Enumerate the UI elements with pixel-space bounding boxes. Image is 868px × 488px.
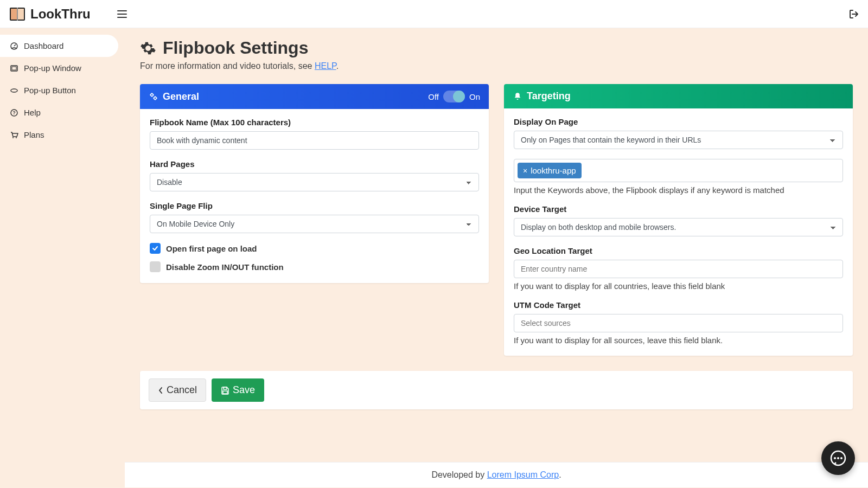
gear-icon <box>140 40 156 56</box>
hard-pages-select[interactable]: Disable <box>150 173 479 191</box>
bell-icon <box>513 92 522 101</box>
utm-input[interactable] <box>514 314 843 332</box>
device-target-label: Device Target <box>514 204 843 214</box>
footer: Developed by Lorem Ipsum Corp. <box>125 462 868 487</box>
general-header-text: General <box>163 91 199 102</box>
targeting-header-text: Targeting <box>527 91 571 102</box>
help-icon: ? <box>10 108 18 117</box>
targeting-panel-header: Targeting <box>504 84 853 108</box>
window-icon <box>10 64 18 73</box>
geo-label: Geo Location Target <box>514 246 843 255</box>
sidebar-item-label: Pop-up Window <box>24 63 81 73</box>
display-on-page-label: Display On Page <box>514 117 843 126</box>
targeting-panel: Targeting Display On Page Only on Pages … <box>504 84 853 356</box>
chat-widget[interactable] <box>821 441 855 475</box>
hard-pages-label: Hard Pages <box>150 159 479 169</box>
sidebar-item-popup-window[interactable]: Pop-up Window <box>0 57 125 79</box>
svg-point-12 <box>154 97 157 100</box>
sidebar-item-dashboard[interactable]: Dashboard <box>0 35 118 57</box>
sidebar-item-label: Pop-up Button <box>24 86 76 95</box>
svg-rect-2 <box>18 9 24 20</box>
general-panel: General Off On Flipbook Name (Max 100 ch… <box>140 84 489 283</box>
sidebar-item-help[interactable]: ? Help <box>0 101 125 124</box>
single-flip-select[interactable]: On Mobile Device Only <box>150 215 479 233</box>
enable-toggle[interactable] <box>443 91 465 102</box>
display-on-page-select[interactable]: Only on Pages that contain the keyword i… <box>514 131 843 149</box>
button-icon <box>10 86 18 95</box>
logout-icon[interactable] <box>848 9 859 20</box>
svg-rect-5 <box>12 67 16 70</box>
flipbook-name-label: Flipbook Name (Max 100 characters) <box>150 118 479 127</box>
page-subtitle: For more information and video tutorials… <box>140 61 853 71</box>
main-content: Flipbook Settings For more information a… <box>125 28 868 462</box>
keyword-hint: Input the Keywords above, the Flipbook d… <box>514 185 843 195</box>
chat-icon <box>829 449 847 467</box>
save-icon <box>221 386 229 395</box>
sidebar: Dashboard Pop-up Window Pop-up Button ? … <box>0 28 125 462</box>
svg-rect-13 <box>224 387 227 389</box>
cart-icon <box>10 131 18 139</box>
open-first-label: Open first page on load <box>166 244 257 253</box>
page-title-text: Flipbook Settings <box>163 38 308 58</box>
menu-toggle-icon[interactable] <box>117 9 127 20</box>
sidebar-item-label: Dashboard <box>24 41 63 50</box>
sidebar-item-plans[interactable]: Plans <box>0 124 125 146</box>
svg-text:?: ? <box>12 110 16 115</box>
help-link[interactable]: HELP <box>315 61 336 70</box>
book-icon <box>9 5 26 23</box>
flipbook-name-input[interactable] <box>150 131 479 150</box>
keyword-tag: × lookthru-app <box>518 163 582 178</box>
chevron-left-icon <box>158 387 163 394</box>
svg-point-17 <box>837 457 839 459</box>
utm-hint: If you want to display for all sources, … <box>514 336 843 345</box>
open-first-checkbox[interactable] <box>150 243 161 254</box>
general-panel-header: General Off On <box>140 84 489 109</box>
actions-bar: Cancel Save <box>140 371 853 409</box>
page-title: Flipbook Settings <box>140 38 853 58</box>
single-flip-label: Single Page Flip <box>150 201 479 210</box>
geo-hint: If you want to display for all countries… <box>514 281 843 291</box>
device-target-select[interactable]: Display on both desktop and mobile brows… <box>514 218 843 236</box>
open-first-row: Open first page on load <box>150 243 479 254</box>
svg-point-11 <box>151 94 154 97</box>
cancel-button[interactable]: Cancel <box>149 378 206 402</box>
cogs-icon <box>149 92 158 101</box>
svg-point-16 <box>834 457 836 459</box>
keyword-tag-input[interactable]: × lookthru-app <box>514 159 843 182</box>
svg-rect-1 <box>11 9 17 20</box>
svg-rect-14 <box>223 391 227 394</box>
tag-remove-icon[interactable]: × <box>523 166 527 175</box>
svg-point-10 <box>16 137 17 138</box>
geo-input[interactable] <box>514 260 843 278</box>
dashboard-icon <box>10 42 18 50</box>
brand-logo[interactable]: LookThru <box>9 5 91 23</box>
svg-point-9 <box>12 137 14 138</box>
brand-name: LookThru <box>30 7 91 22</box>
save-button[interactable]: Save <box>212 378 264 402</box>
disable-zoom-label: Disable Zoom IN/OUT function <box>166 262 284 272</box>
toggle-on-label: On <box>469 92 480 101</box>
sidebar-item-popup-button[interactable]: Pop-up Button <box>0 79 125 101</box>
svg-point-6 <box>11 89 17 92</box>
topbar: LookThru <box>0 0 868 28</box>
toggle-off-label: Off <box>428 92 439 101</box>
utm-label: UTM Code Target <box>514 300 843 310</box>
general-toggle: Off On <box>428 91 480 102</box>
disable-zoom-row: Disable Zoom IN/OUT function <box>150 261 479 272</box>
svg-point-18 <box>840 457 843 459</box>
disable-zoom-checkbox[interactable] <box>150 261 161 272</box>
sidebar-item-label: Help <box>24 108 41 117</box>
sidebar-item-label: Plans <box>24 130 44 139</box>
developer-link[interactable]: Lorem Ipsum Corp <box>487 470 559 479</box>
